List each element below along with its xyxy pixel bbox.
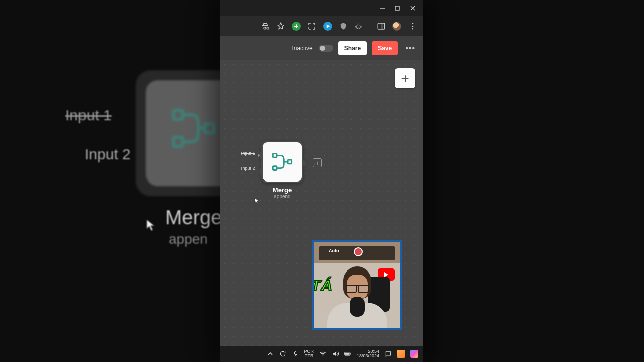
extension-shield-icon[interactable] <box>339 22 348 31</box>
browser-toolbar <box>220 16 423 36</box>
svg-rect-0 <box>174 110 183 119</box>
language-indicator[interactable]: POR PTB <box>304 349 314 359</box>
bg-node-subtitle: appen <box>169 231 208 247</box>
svg-rect-2 <box>205 124 214 133</box>
workflow-toolbar: Inactive Share Save ••• <box>220 36 423 60</box>
screenshot-icon[interactable] <box>307 22 316 31</box>
bg-node-title: Merge <box>165 206 222 229</box>
tray-app-2-icon[interactable] <box>410 350 418 358</box>
active-toggle[interactable] <box>319 45 333 52</box>
webcam-glasses-icon <box>346 285 369 291</box>
merge-node[interactable]: Input 1 Input 2 + Merge <box>261 141 303 199</box>
svg-point-9 <box>412 28 414 29</box>
bg-input1-label: Input 1 <box>65 107 112 124</box>
star-icon[interactable] <box>276 22 285 31</box>
tray-app-1-icon[interactable] <box>397 350 405 358</box>
date-text: 18/03/2024 <box>357 354 379 358</box>
window-minimize-button[interactable] <box>379 5 386 12</box>
clock[interactable]: 20:54 18/03/2024 <box>357 349 379 359</box>
sync-icon[interactable] <box>279 350 286 358</box>
output-port[interactable] <box>302 160 305 166</box>
save-button[interactable]: Save <box>372 41 398 55</box>
input-port-2[interactable] <box>260 168 263 174</box>
volume-icon[interactable] <box>332 350 339 358</box>
bg-input2-label: Input 2 <box>85 146 131 163</box>
add-output-button[interactable]: + <box>313 158 322 167</box>
toolbar-separator <box>370 21 370 31</box>
webcam-brand-text: Auto <box>329 248 339 253</box>
svg-point-8 <box>412 25 414 27</box>
output-wire <box>304 163 314 163</box>
bg-merge-icon <box>171 106 216 151</box>
puzzle-icon[interactable] <box>354 22 363 31</box>
svg-point-14 <box>323 356 323 356</box>
workflow-status-label: Inactive <box>292 45 312 52</box>
more-menu-button[interactable]: ••• <box>403 44 417 53</box>
window-titlebar <box>220 0 423 16</box>
input-arrow-icon <box>258 153 260 157</box>
node-title: Merge <box>261 186 303 194</box>
canvas-cursor-icon <box>254 197 259 205</box>
tray-expand-icon[interactable] <box>266 350 274 358</box>
webcam-mic-icon <box>350 297 365 317</box>
svg-rect-5 <box>378 23 385 29</box>
extension-play-icon[interactable] <box>323 22 332 31</box>
window-maximize-button[interactable] <box>394 5 401 12</box>
share-button[interactable]: Share <box>338 41 367 55</box>
notifications-icon[interactable] <box>384 350 392 358</box>
extension-plus-icon[interactable] <box>292 22 301 31</box>
input1-label: Input 1 <box>241 151 255 156</box>
wifi-icon[interactable] <box>319 350 327 358</box>
svg-rect-4 <box>395 6 399 10</box>
svg-rect-13 <box>294 352 296 355</box>
caption-text: TÁ <box>312 277 333 294</box>
window-close-button[interactable] <box>409 5 416 12</box>
node-body[interactable]: + <box>261 141 303 183</box>
add-node-button[interactable]: + <box>395 68 415 88</box>
mic-icon[interactable] <box>291 350 299 358</box>
merge-icon <box>271 151 293 173</box>
input2-label: Input 2 <box>241 166 255 171</box>
svg-rect-17 <box>350 353 351 355</box>
windows-taskbar: POR PTB 20:54 18/03/2024 <box>220 346 423 362</box>
svg-point-7 <box>412 23 414 24</box>
profile-avatar[interactable] <box>392 22 401 31</box>
lang-line2: PTB <box>304 354 314 358</box>
kebab-menu-icon[interactable] <box>408 22 417 31</box>
svg-rect-1 <box>174 137 183 146</box>
svg-rect-16 <box>345 353 350 355</box>
battery-icon[interactable] <box>344 350 352 358</box>
webcam-badge-icon <box>354 247 363 256</box>
incognito-icon[interactable] <box>261 22 270 31</box>
sidepanel-icon[interactable] <box>377 22 386 31</box>
webcam-overlay: Auto TÁ <box>312 240 402 330</box>
node-subtitle: append <box>261 194 303 199</box>
bg-cursor-icon <box>146 219 156 235</box>
workflow-canvas[interactable]: + Input 1 Input 2 + <box>220 60 423 346</box>
app-window: Inactive Share Save ••• + Input 1 Input … <box>220 0 423 362</box>
